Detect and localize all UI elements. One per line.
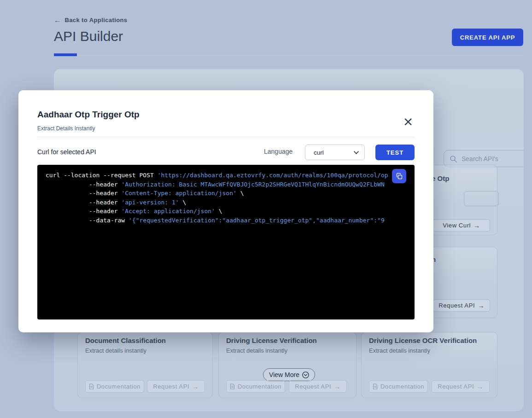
- api-card-title-partial: e Otp: [432, 174, 449, 182]
- documentation-button[interactable]: Documentation: [369, 380, 428, 393]
- arrow-right-icon: →: [477, 383, 484, 390]
- arrow-right-icon: →: [478, 302, 485, 309]
- api-card-subtitle: Extract details instantly: [369, 347, 430, 354]
- request-api-button[interactable]: Request API →: [147, 380, 205, 393]
- api-card-subtitle: Extract details instantly: [226, 347, 287, 354]
- api-card-title: Driving License Verification: [226, 337, 317, 344]
- curl-section-label: Curl for selected API: [37, 148, 96, 156]
- close-icon[interactable]: ×: [401, 114, 415, 129]
- request-api-button[interactable]: Request API →: [432, 380, 490, 393]
- active-tab-indicator: [54, 53, 77, 56]
- language-selected-value: curl: [314, 149, 324, 156]
- arrow-right-icon: →: [334, 383, 341, 390]
- code-line: curl --location --request POST 'https://…: [46, 171, 388, 180]
- documentation-button[interactable]: Documentation: [226, 380, 285, 393]
- modal-divider: [37, 137, 415, 137]
- api-builder-screen: ← Back to Applications API Builder CREAT…: [0, 0, 532, 418]
- request-api-button[interactable]: Request API →: [289, 380, 347, 393]
- api-card-driving-license-ocr-verification: Driving License OCR Verification Extract…: [361, 332, 497, 398]
- create-api-app-button[interactable]: CREATE API APP: [452, 29, 523, 46]
- back-arrow-icon: ←: [54, 16, 61, 24]
- code-line: --data-raw '{"requestedVerification":"aa…: [46, 216, 388, 225]
- page-title: API Builder: [54, 29, 123, 44]
- curl-code-block: curl --location --request POST 'https://…: [37, 165, 415, 319]
- api-card-document-classification: Document Classification Extract details …: [77, 332, 213, 398]
- language-label: Language: [264, 148, 292, 155]
- curl-modal: Aadhaar Otp Trigger Otp Extract Details …: [18, 90, 433, 332]
- copy-icon: [396, 173, 403, 180]
- chevron-down-icon: [354, 151, 359, 154]
- code-line: --header 'Accept: application/json' \: [46, 207, 388, 216]
- back-link-label: Back to Applications: [64, 17, 127, 23]
- modal-subtitle: Extract Details Instantly: [37, 125, 95, 132]
- chevron-down-circle-icon: [302, 372, 309, 378]
- arrow-right-icon: →: [474, 222, 480, 229]
- view-curl-button[interactable]: View Curl →: [433, 219, 490, 232]
- api-card-title: Driving License OCR Verification: [369, 337, 477, 344]
- code-line: --header 'Authorization: Basic MTAwcWFfQ…: [46, 180, 388, 189]
- header-divider: [54, 55, 524, 55]
- document-icon: [230, 383, 235, 389]
- back-to-applications-link[interactable]: ← Back to Applications: [54, 16, 128, 24]
- test-button[interactable]: TEST: [375, 145, 415, 160]
- code-line: --header 'Content-Type: application/json…: [46, 189, 388, 198]
- language-select[interactable]: curl: [305, 145, 365, 160]
- document-icon: [373, 383, 378, 389]
- search-apis-input[interactable]: [462, 155, 524, 163]
- view-more-button[interactable]: View More: [263, 368, 315, 381]
- documentation-button[interactable]: Documentation: [85, 380, 144, 393]
- copy-button[interactable]: [392, 169, 406, 183]
- document-icon: [89, 383, 94, 389]
- curl-code: curl --location --request POST 'https://…: [37, 165, 388, 319]
- api-card-title: Document Classification: [85, 337, 166, 344]
- modal-title: Aadhaar Otp Trigger Otp: [37, 110, 140, 120]
- api-card-subtitle: Extract details instantly: [85, 347, 146, 354]
- search-icon: [450, 155, 457, 163]
- api-card-driving-license-verification: Driving License Verification Extract det…: [218, 332, 357, 398]
- request-api-button[interactable]: Request API →: [433, 299, 490, 312]
- code-line: --header 'api-version: 1' \: [46, 198, 388, 207]
- arrow-right-icon: →: [192, 383, 199, 390]
